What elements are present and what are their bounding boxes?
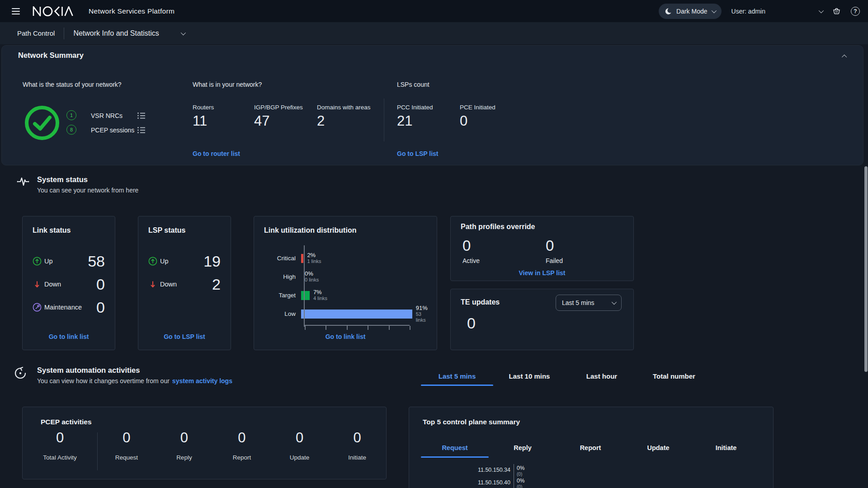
user-menu-chevron[interactable]	[819, 9, 822, 13]
reply-stat: 0 Reply	[156, 428, 213, 472]
chart-y-axis	[304, 245, 305, 327]
chevron-down-icon	[181, 30, 186, 35]
help-icon[interactable]: ?	[851, 7, 860, 16]
automation-subtitle: You can view how it changes overtime fro…	[37, 377, 232, 385]
system-status-title: System status	[37, 175, 88, 184]
vsr-nrc-list-icon[interactable]	[137, 112, 146, 122]
chart-row-target: Target 7%4 links	[265, 286, 428, 305]
nav-path-control[interactable]: Path Control	[17, 29, 55, 37]
hamburger-menu-icon[interactable]	[12, 8, 20, 14]
link-utilization-chart: Critical 2%1 links High 0%0 links Target…	[265, 249, 428, 330]
moon-icon	[665, 8, 672, 15]
chart-row-high: High 0%0 links	[265, 267, 428, 286]
tab-request[interactable]: Request	[421, 439, 489, 457]
link-utilization-card: Link utilization distribution Critical 2…	[254, 216, 437, 350]
user-label: User: admin	[731, 8, 765, 15]
dark-mode-label: Dark Mode	[676, 8, 707, 15]
summary-divider	[384, 99, 384, 141]
system-activity-logs-link[interactable]: system activity logs	[172, 377, 232, 385]
chart-x-axis	[305, 325, 410, 330]
te-updates-value: 0	[467, 314, 476, 332]
nokia-logo-glyphs	[33, 6, 74, 16]
go-to-router-list-link[interactable]: Go to router list	[193, 150, 240, 157]
tab-last-10-mins[interactable]: Last 10 mins	[493, 367, 566, 385]
tab-reply[interactable]: Reply	[489, 439, 557, 457]
status-question: What is the status of your network?	[23, 81, 122, 88]
go-to-link-list-link[interactable]: Go to link list	[326, 333, 366, 340]
app-title: Network Services Platform	[89, 7, 175, 15]
active-stat: 0 Active	[462, 237, 480, 264]
te-updates-title: TE updates	[461, 298, 500, 306]
update-stat: 0 Update	[271, 428, 329, 472]
chevron-down-icon	[711, 8, 716, 13]
lsp-status-card: LSP status Up 19 Down 2 Go to LSP list	[138, 216, 231, 350]
network-ok-icon	[24, 105, 60, 143]
lsps-count-title: LSPs count	[397, 81, 429, 88]
te-period-value: Last 5 mins	[562, 299, 594, 306]
bar-critical	[301, 254, 303, 263]
tab-total-number[interactable]: Total number	[638, 367, 710, 385]
maintenance-icon	[33, 303, 42, 312]
link-down-row: Down 0	[33, 277, 105, 292]
go-to-link-list-link[interactable]: Go to link list	[49, 333, 89, 340]
pcep-activities-card: PCEP activities 0 Total Activity 0 Reque…	[22, 407, 387, 479]
system-status-subtitle: You can see your network from here	[37, 187, 138, 194]
scrollbar-thumb[interactable]	[864, 166, 868, 372]
tab-last-hour[interactable]: Last hour	[566, 367, 638, 385]
pcep-sessions-list-icon[interactable]	[137, 126, 146, 136]
go-to-lsp-list-link[interactable]: Go to LSP list	[164, 333, 205, 340]
view-in-lsp-list-link[interactable]: View in LSP list	[519, 269, 566, 277]
pcep-sessions-label: PCEP sessions	[91, 127, 134, 134]
link-status-card: Link status Up 58 Down 0	[22, 216, 115, 350]
automation-title: System automation activities	[37, 366, 140, 375]
network-summary-title: Network Summary	[18, 51, 84, 60]
tab-last-5-mins[interactable]: Last 5 mins	[421, 367, 493, 385]
nokia-logo[interactable]	[33, 6, 74, 16]
pcep-activities-title: PCEP activities	[41, 418, 92, 426]
view-selector-label: Network Info and Statistics	[73, 29, 159, 38]
history-icon	[14, 366, 27, 382]
breadcrumb-bar: Path Control Network Info and Statistics	[0, 22, 868, 44]
link-up-row: Up 58	[33, 253, 105, 269]
failed-stat: 0 Failed	[546, 237, 563, 264]
network-summary-panel: Network Summary What is the status of yo…	[1, 45, 863, 165]
up-arrow-icon	[148, 257, 157, 266]
top5-control-plane-card: Top 5 control plane summary Request Repl…	[409, 407, 774, 488]
lsp-status-title: LSP status	[148, 226, 185, 235]
domains-stat: Domains with areas 2	[317, 104, 371, 129]
total-activity-stat: 0 Total Activity	[23, 428, 97, 472]
vsr-nrc-count-badge: 1	[66, 110, 76, 120]
tab-initiate[interactable]: Initiate	[692, 439, 760, 457]
top5-chart: 11.50.150.34 0% (0) 11.50.150.40 0% (0)	[409, 464, 524, 488]
te-period-dropdown[interactable]: Last 5 mins	[556, 295, 622, 311]
dark-mode-toggle[interactable]: Dark Mode	[659, 4, 721, 19]
path-profiles-card: Path profiles override 0 Active 0 Failed…	[450, 216, 634, 281]
tab-report[interactable]: Report	[557, 439, 624, 457]
vsr-nrc-label: VSR NRCs	[91, 112, 123, 119]
pcep-sessions-count-badge: 8	[66, 125, 76, 135]
collapse-panel-button[interactable]	[843, 52, 852, 59]
go-to-lsp-list-link[interactable]: Go to LSP list	[397, 150, 439, 157]
top-bar: Network Services Platform Dark Mode User…	[0, 0, 868, 22]
basket-icon[interactable]	[832, 7, 841, 15]
chart-row-critical: Critical 2%1 links	[265, 249, 428, 267]
lsp-down-row: Down 2	[148, 277, 221, 292]
chart-row-low: Low 91%53 links	[265, 305, 428, 323]
link-status-title: Link status	[33, 226, 71, 235]
link-maintenance-row: Maintenance 0	[33, 300, 105, 315]
tab-update[interactable]: Update	[624, 439, 692, 457]
pcc-initiated-stat: PCC Initiated 21	[397, 104, 433, 129]
down-arrow-icon	[148, 280, 157, 289]
pce-initiated-stat: PCE Initiated 0	[460, 104, 495, 129]
report-stat: 0 Report	[213, 428, 271, 472]
bar-low	[301, 310, 412, 319]
view-selector-dropdown[interactable]: Network Info and Statistics	[73, 29, 184, 38]
te-updates-card: TE updates Last 5 mins 0	[450, 289, 634, 350]
top5-tabs: Request Reply Report Update Initiate	[421, 439, 760, 457]
initiate-stat: 0 Initiate	[328, 428, 386, 472]
bar-target	[301, 291, 310, 300]
top5-title: Top 5 control plane summary	[423, 418, 520, 426]
pulse-icon	[16, 175, 30, 190]
time-range-tabs: Last 5 mins Last 10 mins Last hour Total…	[421, 367, 710, 385]
chevron-down-icon	[612, 300, 617, 305]
